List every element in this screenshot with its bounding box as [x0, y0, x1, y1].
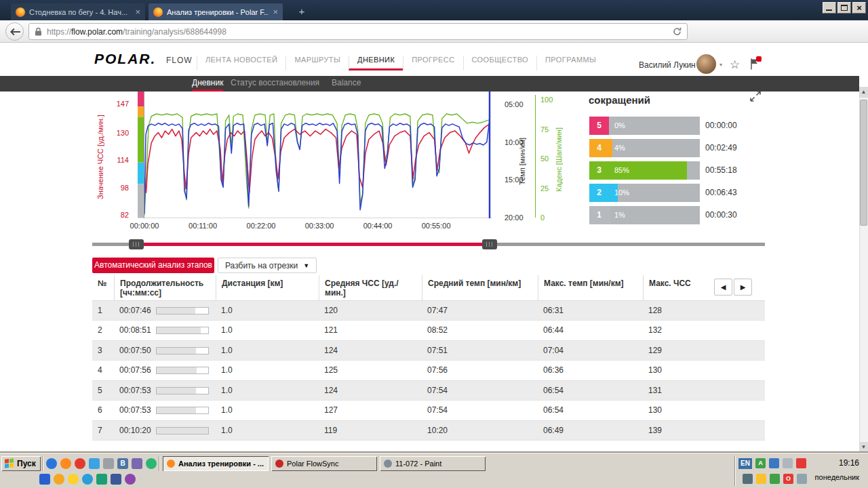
zone-percent: 10% [614, 184, 629, 202]
quick-launch-icon[interactable] [82, 474, 93, 485]
language-indicator[interactable]: EN [738, 458, 752, 469]
split-laps-dropdown[interactable]: Разбить на отрезки ▼ [218, 258, 317, 273]
url-bar[interactable]: https://flow.polar.com/training/analysis… [28, 23, 688, 40]
start-button[interactable]: Пуск [1, 456, 41, 471]
taskbar-task-button[interactable]: Анализ тренировки - ... [163, 456, 269, 471]
favorite-star-icon[interactable]: ☆ [730, 58, 740, 72]
quick-launch-icon[interactable] [46, 458, 57, 469]
site-nav-item[interactable]: СООБЩЕСТВО [463, 56, 537, 70]
tray-icon[interactable] [770, 474, 780, 484]
subnav-item[interactable]: Balance [332, 76, 361, 92]
x-axis-tick: 00:33:00 [305, 222, 334, 230]
table-cell: 07:56 [427, 361, 448, 381]
cadence-tick: 100 [540, 96, 569, 104]
tray-icon[interactable] [769, 458, 779, 468]
tray-icon[interactable] [783, 458, 793, 468]
table-cell: 3 [98, 341, 102, 361]
close-button[interactable]: × [852, 2, 866, 14]
browser-tab[interactable]: Анализ тренировки - Polar F...× [149, 3, 283, 20]
tray-icon[interactable] [756, 474, 766, 484]
quick-launch-icon[interactable] [96, 474, 107, 485]
duration-bar [156, 427, 209, 434]
zone-bar-fill [609, 206, 610, 224]
table-cell: 07:47 [427, 301, 448, 321]
taskbar-clock[interactable]: 19:16 [816, 458, 865, 468]
avatar[interactable] [696, 54, 716, 74]
scroll-up-icon[interactable]: ▲ [859, 87, 868, 98]
duration-bar [156, 407, 209, 414]
scrollbar-thumb[interactable] [860, 100, 867, 226]
new-tab-button[interactable]: + [294, 5, 309, 18]
quick-launch-icon[interactable] [60, 458, 71, 469]
table-row[interactable]: 500:07:531.012407:5406:54131 [92, 381, 765, 401]
subnav-item[interactable]: Статус восстановления [231, 76, 319, 92]
expand-icon[interactable] [749, 89, 762, 103]
table-cell: 00:07:50 [119, 341, 151, 361]
quick-launch-icon[interactable] [68, 474, 79, 485]
zone-bar-fill [609, 139, 612, 157]
task-icon [384, 460, 392, 468]
polar-logo[interactable]: POLAR. [94, 51, 156, 67]
table-cell: 07:04 [543, 341, 564, 361]
quick-launch-icon[interactable] [146, 458, 157, 469]
x-axis-tick: 00:22:00 [247, 222, 276, 230]
table-row[interactable]: 400:07:561.012507:5606:36130 [92, 361, 765, 381]
table-row[interactable]: 200:08:511.012108:5206:44132 [92, 321, 765, 341]
scroll-down-icon[interactable]: ▼ [859, 442, 868, 453]
table-row[interactable]: 600:07:531.012707:5406:54130 [92, 401, 765, 421]
tray-icon[interactable]: O [783, 474, 793, 484]
quick-launch-icon[interactable]: B [117, 458, 128, 469]
tray-icon[interactable]: A [755, 458, 766, 468]
zone-bar: 4% [609, 139, 700, 157]
quick-launch-icon[interactable] [89, 458, 100, 469]
site-nav-item[interactable]: ЛЕНТА НОВОСТЕЙ [197, 56, 285, 70]
table-row[interactable]: 700:10:201.011910:2006:49139 [92, 421, 765, 441]
quick-launch-icon[interactable] [125, 474, 136, 485]
maximize-button[interactable] [837, 2, 851, 14]
zone-percent: 85% [614, 161, 629, 180]
taskbar-task-button[interactable]: Polar FlowSync [271, 456, 377, 471]
range-slider-handle-left[interactable] [129, 239, 144, 249]
subnav-item[interactable]: Дневник [192, 76, 223, 92]
quick-launch-icon[interactable] [75, 458, 85, 469]
taskbar-task-button[interactable]: 11-072 - Paint [380, 456, 486, 471]
table-cell: 1.0 [221, 401, 233, 421]
tray-icon[interactable] [796, 458, 806, 468]
quick-launch-icon[interactable] [103, 458, 114, 469]
zone-time: 00:00:00 [705, 117, 737, 135]
tab-close-icon[interactable]: × [135, 7, 140, 16]
site-nav-item[interactable]: МАРШРУТЫ [285, 56, 349, 70]
site-nav-item[interactable]: ДНЕВНИК [349, 56, 403, 70]
zone-number: 5 [589, 117, 609, 135]
reload-icon[interactable] [673, 27, 682, 36]
minimize-button[interactable] [823, 2, 836, 14]
table-row[interactable]: 300:07:501.012407:5107:04129 [92, 341, 765, 361]
lock-icon [35, 27, 42, 36]
quick-launch-icon[interactable] [132, 458, 142, 469]
range-slider-selection [136, 243, 490, 246]
quick-launch-icon[interactable] [39, 474, 50, 485]
table-cell: 132 [648, 321, 662, 341]
table-cell: 06:31 [543, 301, 564, 321]
site-nav-item[interactable]: ПРОГРЕСС [403, 56, 462, 70]
back-button[interactable] [5, 22, 24, 41]
tray-icon[interactable] [743, 474, 753, 484]
chart-plot[interactable] [138, 92, 492, 218]
flow-product-label[interactable]: FLOW [166, 56, 193, 65]
range-slider-handle-right[interactable] [482, 239, 497, 249]
table-cell: 139 [648, 421, 662, 441]
next-page-button[interactable]: ▶ [734, 279, 752, 296]
user-name[interactable]: Василий Лукин [639, 60, 696, 70]
auto-lap-analysis-button[interactable]: Автоматический анализ этапов [92, 258, 214, 273]
tab-close-icon[interactable]: × [273, 7, 278, 16]
table-row[interactable]: 100:07:461.012007:4706:31128 [92, 301, 765, 321]
task-icon [167, 460, 175, 468]
quick-launch-icon[interactable] [111, 474, 121, 485]
split-laps-label: Разбить на отрезки [225, 261, 298, 270]
prev-page-button[interactable]: ◀ [714, 279, 732, 296]
table-cell: 07:51 [427, 341, 448, 361]
site-nav-item[interactable]: ПРОГРАММЫ [536, 56, 604, 70]
quick-launch-icon[interactable] [54, 474, 64, 485]
polar-site-header: POLAR. FLOW ЛЕНТА НОВОСТЕЙМАРШРУТЫДНЕВНИ… [0, 43, 859, 76]
browser-tab[interactable]: Стодневка по бегу - 4. Нач...× [11, 3, 145, 20]
